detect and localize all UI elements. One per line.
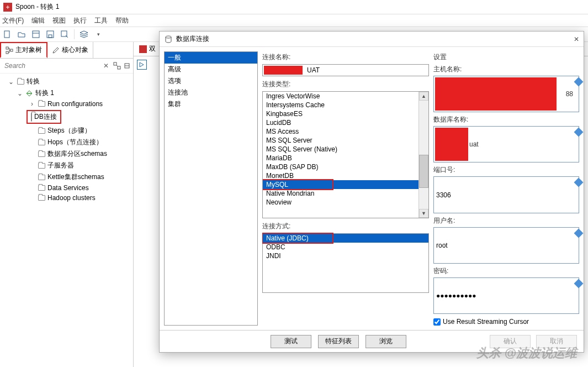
- conn-name-input[interactable]: UAT: [262, 64, 429, 76]
- host-input[interactable]: 88: [433, 76, 579, 112]
- ct-item[interactable]: MariaDB: [263, 154, 419, 162]
- layers-icon[interactable]: [79, 29, 89, 39]
- menu-view[interactable]: 视图: [52, 16, 66, 25]
- pwd-input[interactable]: ●●●●●●●●●●: [433, 277, 579, 314]
- var-icon[interactable]: [574, 228, 584, 238]
- dropdown-icon[interactable]: ▾: [93, 29, 103, 39]
- menu-help[interactable]: 帮助: [115, 16, 129, 25]
- category-list[interactable]: 一般 高级 选项 连接池 集群: [164, 51, 258, 326]
- cat-general[interactable]: 一般: [165, 52, 257, 64]
- tree-label: Run configurations: [47, 100, 103, 108]
- settings-label: 设置: [433, 53, 579, 62]
- menu-file[interactable]: 文件(F): [2, 16, 24, 25]
- cursor-checkbox[interactable]: [433, 318, 441, 326]
- explore-icon[interactable]: [31, 29, 41, 39]
- folder-icon: [38, 174, 45, 181]
- ct-item[interactable]: LucidDB: [263, 118, 419, 127]
- save-icon[interactable]: [45, 29, 55, 39]
- clear-icon[interactable]: ✕: [103, 62, 111, 70]
- tree-datasvc[interactable]: Data Services: [0, 183, 133, 193]
- cm-odbc[interactable]: ODBC: [263, 243, 428, 251]
- cat-cluster[interactable]: 集群: [165, 98, 257, 110]
- collapse-icon[interactable]: [123, 62, 131, 70]
- tree-root[interactable]: ⌄ 转换: [0, 76, 133, 87]
- svg-point-14: [166, 36, 171, 38]
- ct-item[interactable]: MaxDB (SAP DB): [263, 162, 419, 171]
- expand-icon[interactable]: [113, 62, 121, 70]
- tree-schemas[interactable]: 数据库分区schemas: [0, 148, 133, 160]
- cm-native[interactable]: Native (JDBC): [263, 234, 428, 243]
- menu-edit[interactable]: 编辑: [31, 16, 45, 25]
- scroll-down-icon[interactable]: ▼: [419, 209, 428, 218]
- saveas-icon[interactable]: [60, 29, 70, 39]
- tree-db-conn[interactable]: DB连接: [27, 110, 61, 124]
- new-icon[interactable]: [2, 29, 12, 39]
- browse-button[interactable]: 浏览: [365, 335, 406, 348]
- conn-type-list[interactable]: Ingres VectorWise Intersystems Cache Kin…: [262, 91, 429, 218]
- test-button[interactable]: 测试: [271, 335, 311, 348]
- ct-item[interactable]: MonetDB: [263, 171, 419, 180]
- chevron-right-icon[interactable]: ›: [29, 100, 35, 108]
- cat-options[interactable]: 选项: [165, 75, 257, 87]
- var-icon[interactable]: [574, 178, 584, 187]
- db-label: 数据库名称:: [433, 115, 579, 124]
- play-button[interactable]: [137, 60, 147, 70]
- scroll-up-icon[interactable]: ▲: [419, 92, 428, 101]
- var-icon[interactable]: [574, 128, 584, 137]
- cursor-checkbox-row[interactable]: Use Result Streaming Cursor: [433, 318, 579, 326]
- menu-tools[interactable]: 工具: [94, 16, 108, 25]
- ct-item[interactable]: Neoview: [263, 198, 419, 207]
- tree-steps[interactable]: Steps（步骤）: [0, 125, 133, 137]
- close-icon[interactable]: ✕: [574, 35, 579, 43]
- svg-rect-5: [49, 35, 52, 38]
- canvas-tab[interactable]: 双: [136, 42, 160, 56]
- ct-item[interactable]: MS SQL Server (Native): [263, 145, 419, 154]
- chevron-down-icon[interactable]: ⌄: [8, 78, 14, 86]
- folder-icon: [38, 127, 45, 135]
- var-icon[interactable]: [574, 77, 584, 87]
- folder-icon: [17, 78, 24, 86]
- tab-main-tree[interactable]: 主对象树: [0, 42, 47, 58]
- var-icon[interactable]: [574, 279, 584, 288]
- ct-mysql[interactable]: MySQL: [263, 180, 419, 189]
- window-title: Spoon - 转换 1: [15, 2, 59, 12]
- conn-mode-list[interactable]: Native (JDBC) ODBC JNDI: [262, 233, 429, 293]
- user-label: 用户名:: [433, 216, 579, 226]
- ct-item[interactable]: Intersystems Cache: [263, 101, 419, 109]
- user-input[interactable]: root: [433, 227, 579, 264]
- cat-advanced[interactable]: 高级: [165, 64, 257, 75]
- open-icon[interactable]: [17, 29, 27, 39]
- port-input[interactable]: 3306: [433, 176, 579, 213]
- tree-label: Steps（步骤）: [47, 126, 91, 135]
- feature-list-button[interactable]: 特征列表: [318, 335, 359, 348]
- ct-item[interactable]: Native Mondrian: [263, 189, 419, 198]
- ct-item[interactable]: MS SQL Server: [263, 136, 419, 145]
- tree-hops[interactable]: Hops（节点连接）: [0, 137, 133, 148]
- settings-column: 设置 主机名称: 88 数据库名称: uat .field-input.reda…: [433, 51, 579, 326]
- db-input[interactable]: uat: [433, 126, 579, 162]
- cat-pool[interactable]: 连接池: [165, 87, 257, 98]
- scrollbar[interactable]: ▲ ▼: [419, 92, 428, 218]
- db-connection-dialog: 数据库连接 ✕ 一般 高级 选项 连接池 集群 连接名称: UAT 连接类型: …: [159, 31, 584, 353]
- tab-core-objects[interactable]: 核心对象: [47, 42, 93, 58]
- chevron-down-icon[interactable]: ⌄: [17, 90, 23, 97]
- folder-icon: [38, 100, 45, 108]
- tree-run-config[interactable]: › Run configurations: [0, 99, 133, 109]
- cm-jndi[interactable]: JNDI: [263, 251, 428, 260]
- tree-label: DB连接: [34, 112, 57, 122]
- menu-exec[interactable]: 执行: [73, 16, 87, 25]
- tree-kettle[interactable]: Kettle集群schemas: [0, 171, 133, 183]
- search-input[interactable]: [2, 61, 101, 71]
- tree-transform1[interactable]: ⌄ 转换 1: [0, 87, 133, 99]
- database-icon: [164, 35, 173, 44]
- tree-label: 子服务器: [47, 161, 74, 170]
- svg-rect-11: [118, 66, 120, 69]
- tree-label: Hops（节点连接）: [47, 138, 103, 147]
- ct-item[interactable]: MS Access: [263, 127, 419, 136]
- tree-childsrv[interactable]: 子服务器: [0, 160, 133, 171]
- folder-icon: [31, 113, 32, 121]
- ct-item[interactable]: KingbaseES: [263, 109, 419, 118]
- tree-hadoop[interactable]: Hadoop clusters: [0, 193, 133, 203]
- svg-rect-2: [33, 31, 39, 38]
- ct-item[interactable]: Ingres VectorWise: [263, 92, 419, 101]
